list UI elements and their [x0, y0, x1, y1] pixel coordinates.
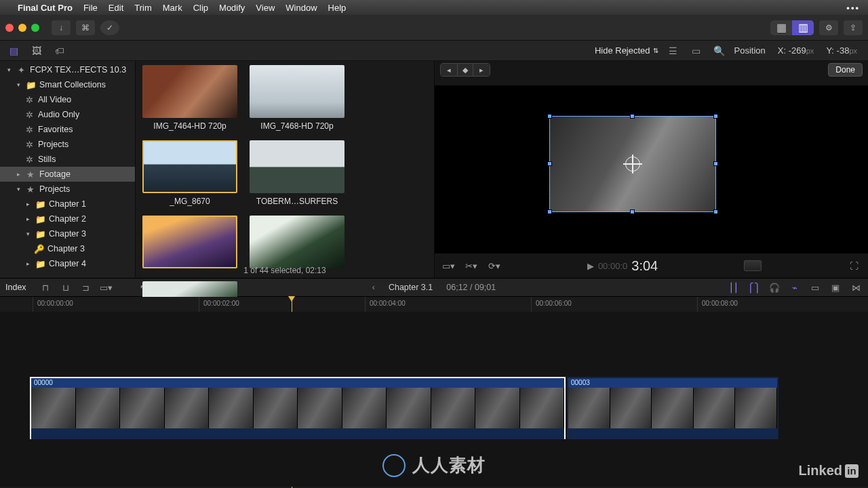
done-button[interactable]: Done — [828, 63, 863, 77]
library-row[interactable]: ▾✦FCPX TEX…FECTS 10.3 — [0, 62, 135, 77]
timecode-display[interactable]: ▶ 00:00:03:04 — [587, 258, 658, 274]
transform-tool-icon[interactable]: ✂▾ — [465, 260, 478, 272]
timeline-back-icon[interactable]: ‹ — [372, 283, 375, 292]
timeline-clip[interactable]: 00003 — [567, 377, 778, 439]
solo-icon[interactable]: 🎧 — [768, 281, 781, 293]
clip-label: IMG_7468-HD 720p — [260, 121, 333, 131]
resize-handle[interactable] — [713, 161, 718, 166]
app-name[interactable]: Final Cut Pro — [18, 3, 73, 13]
list-view-icon[interactable]: ▭ — [688, 44, 705, 58]
fullscreen-icon[interactable]: ⛶ — [848, 260, 861, 272]
workspace-toggle[interactable]: ▦ ▥ — [770, 20, 814, 35]
transform-mode-segment[interactable]: ◂ ◆ ▸ — [440, 63, 490, 77]
footage-label: Footage — [39, 169, 71, 179]
clip-appearance-icon[interactable]: ☰ — [665, 44, 682, 58]
menu-trim[interactable]: Trim — [134, 3, 152, 13]
timeline-layout-icon[interactable]: ▥ — [792, 20, 814, 35]
index-button[interactable]: Index — [5, 283, 26, 292]
transform-prev-icon[interactable]: ◂ — [441, 64, 457, 76]
resize-handle[interactable] — [547, 209, 552, 214]
timeline-appearance-icon[interactable]: ▭ — [808, 281, 822, 293]
timeline-clip[interactable]: 00000 — [30, 377, 566, 439]
browser-clip[interactable] — [142, 216, 237, 272]
menu-window[interactable]: Window — [285, 3, 317, 13]
connect-clip-icon[interactable]: ⊓ — [39, 281, 52, 293]
footage-event-row[interactable]: ▸★Footage — [0, 167, 135, 182]
clip-audio[interactable] — [31, 428, 564, 439]
resize-handle[interactable] — [547, 161, 552, 166]
clip-filter-dropdown[interactable]: Hide Rejected ⇅ — [595, 45, 658, 56]
chapter3-row[interactable]: ▾📁Chapter 3 — [0, 226, 135, 241]
chapter2-row[interactable]: ▸📁Chapter 2 — [0, 211, 135, 226]
clip-filmstrip — [31, 388, 564, 428]
resize-handle[interactable] — [630, 114, 635, 119]
resize-handle[interactable] — [713, 114, 718, 119]
menu-edit[interactable]: Edit — [108, 3, 123, 13]
timeline[interactable]: 00000 00003 人人素材 Linkedin — [0, 312, 868, 487]
retime-icon[interactable]: ⟳▾ — [488, 260, 501, 272]
clip-audio[interactable] — [568, 428, 777, 439]
chapter3-keyword-row[interactable]: 🔑Chapter 3 — [0, 241, 135, 256]
share-button[interactable]: ⇪ — [844, 20, 863, 35]
gear-icon: ✲ — [24, 110, 34, 120]
y-value[interactable]: -38 — [837, 45, 850, 56]
snapping-icon[interactable]: ⌁ — [788, 281, 802, 293]
menu-view[interactable]: View — [256, 3, 275, 13]
menu-modify[interactable]: Modify — [219, 3, 245, 13]
transitions-browser-icon[interactable]: ⋈ — [849, 281, 863, 293]
timeline-ruler[interactable]: 00:00:00:00 00:00:02:00 00:00:04:00 00:0… — [0, 297, 868, 312]
transform-next-icon[interactable]: ▸ — [473, 64, 490, 76]
project-title[interactable]: Chapter 3.1 — [389, 283, 433, 292]
smart-allvideo[interactable]: ✲All Video — [0, 92, 135, 107]
audio-meter-icon[interactable] — [744, 260, 762, 271]
menu-file[interactable]: File — [83, 3, 98, 13]
smart-favorites[interactable]: ✲Favorites — [0, 122, 135, 137]
append-clip-icon[interactable]: ⊐ — [79, 281, 93, 293]
browser-clip[interactable]: TOBERM…SURFERS — [250, 140, 344, 206]
menu-help[interactable]: Help — [328, 3, 347, 13]
import-button[interactable]: ↓ — [52, 20, 71, 35]
clip-browser: IMG_7464-HD 720p IMG_7468-HD 720p _MG_86… — [136, 61, 434, 278]
resize-handle[interactable] — [713, 209, 718, 214]
resize-handle[interactable] — [547, 114, 552, 119]
browser-layout-icon[interactable]: ▦ — [770, 20, 792, 35]
ruler-tick: 00:00:00:00 — [33, 297, 73, 312]
browser-clip[interactable]: IMG_7464-HD 720p — [142, 65, 237, 131]
browser-clip[interactable]: _MG_8670 — [142, 140, 237, 206]
inspector-toggle-button[interactable]: ⚙ — [819, 20, 838, 35]
smart-stills[interactable]: ✲Stills — [0, 152, 135, 167]
anchor-crosshair-icon[interactable] — [625, 157, 640, 171]
insert-clip-icon[interactable]: ⊔ — [59, 281, 73, 293]
smart-projects[interactable]: ✲Projects — [0, 137, 135, 152]
x-value[interactable]: -269 — [789, 45, 806, 56]
minimize-window-icon[interactable] — [18, 24, 26, 32]
smart-collections-row[interactable]: ▾📁Smart Collections — [0, 77, 135, 92]
play-icon[interactable]: ▶ — [587, 261, 594, 271]
chapter4-row[interactable]: ▸📁Chapter 4 — [0, 256, 135, 271]
smart-audioonly[interactable]: ✲Audio Only — [0, 107, 135, 122]
menu-extras-icon[interactable]: ••• — [846, 3, 860, 13]
photos-icon[interactable]: 🖼 — [28, 44, 45, 58]
search-icon[interactable]: 🔍 — [711, 44, 728, 58]
library-icon[interactable]: ▤ — [5, 44, 22, 58]
chapter1-row[interactable]: ▸📁Chapter 1 — [0, 197, 135, 211]
zoom-window-icon[interactable] — [31, 24, 39, 32]
projects-event-row[interactable]: ▾★Projects — [0, 182, 135, 197]
browser-clip[interactable] — [250, 216, 344, 272]
resize-handle[interactable] — [630, 209, 635, 214]
keyword-button[interactable]: ⌘ — [76, 20, 95, 35]
viewer-canvas[interactable] — [435, 85, 868, 253]
menu-mark[interactable]: Mark — [163, 3, 182, 13]
menu-clip[interactable]: Clip — [193, 3, 208, 13]
browser-clip[interactable]: IMG_7468-HD 720p — [250, 65, 344, 131]
overwrite-clip-icon[interactable]: ▭▾ — [100, 281, 113, 293]
audio-skimming-icon[interactable]: ⎧⎫ — [747, 281, 761, 293]
effects-browser-icon[interactable]: ▣ — [829, 281, 842, 293]
transform-bounding-box[interactable] — [550, 117, 715, 211]
view-options-icon[interactable]: ▭▾ — [441, 260, 455, 272]
titles-icon[interactable]: 🏷 — [52, 44, 68, 58]
skimming-icon[interactable]: ⎮⎮ — [727, 281, 741, 293]
transform-center-icon[interactable]: ◆ — [457, 64, 473, 76]
background-tasks-button[interactable]: ✓ — [100, 20, 119, 35]
close-window-icon[interactable] — [5, 24, 14, 32]
